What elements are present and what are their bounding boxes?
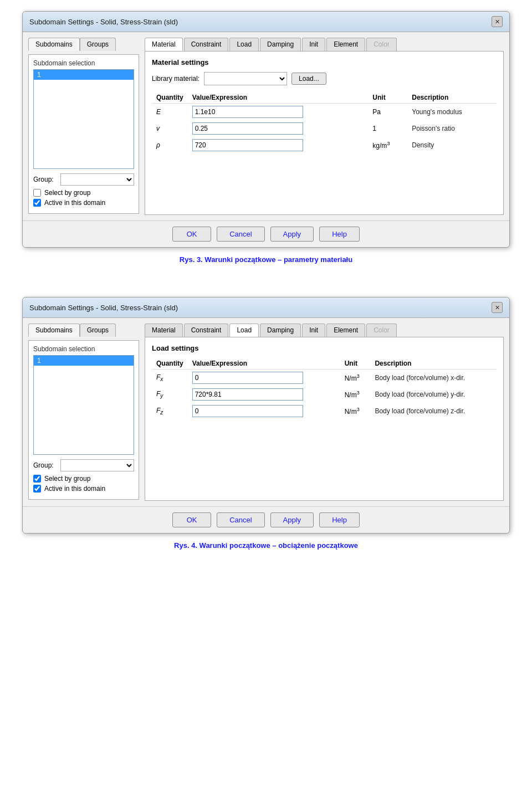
desc-rho: Density — [407, 137, 497, 153]
dialog1-group-row: Group: — [33, 173, 134, 186]
tab-element-1[interactable]: Element — [326, 38, 365, 51]
dialog1-wrapper: Subdomain Settings - Solid, Stress-Strai… — [11, 11, 521, 280]
tab-init-2[interactable]: Init — [302, 324, 325, 337]
tab-damping-2[interactable]: Damping — [260, 324, 301, 337]
dialog2-subdomain-list[interactable]: 1 — [33, 355, 134, 455]
dialog2-ok-button[interactable]: OK — [172, 512, 211, 527]
input-fy[interactable] — [192, 388, 303, 401]
col-desc-1: Description — [407, 92, 497, 104]
dialog2-select-by-group-row: Select by group — [33, 475, 134, 483]
tab-load-1[interactable]: Load — [229, 38, 259, 51]
dialog1-settings-title: Material settings — [152, 58, 497, 66]
dialog1-library-label: Library material: — [152, 75, 200, 83]
dialog2-cancel-button[interactable]: Cancel — [217, 512, 264, 527]
dialog2-right-content: Load settings Quantity Value/Expression … — [145, 337, 504, 501]
qty-rho: ρ — [152, 137, 188, 153]
select-by-group-label-2: Select by group — [44, 475, 90, 483]
qty-fz: Fz — [152, 403, 188, 419]
dialog1-ok-button[interactable]: OK — [172, 227, 211, 242]
active-in-domain-checkbox-1[interactable] — [33, 199, 41, 207]
dialog1-library-select[interactable] — [204, 72, 287, 85]
col-quantity-1: Quantity — [152, 92, 188, 104]
dialog1-title: Subdomain Settings - Solid, Stress-Strai… — [29, 18, 178, 26]
tab-groups-2[interactable]: Groups — [80, 324, 116, 337]
desc-v: Poisson's ratio — [407, 120, 497, 137]
tab-subdomains-2[interactable]: Subdomains — [28, 324, 80, 337]
dialog1-help-button[interactable]: Help — [319, 227, 360, 242]
input-v[interactable] — [192, 122, 303, 135]
table-row: ρ kg/m3 Density — [152, 137, 497, 153]
tab-load-2[interactable]: Load — [229, 324, 259, 337]
tab-color-1[interactable]: Color — [366, 38, 397, 51]
dialog2-apply-button[interactable]: Apply — [270, 512, 314, 527]
subdomain-item-2[interactable]: 1 — [34, 356, 134, 366]
col-desc-2: Description — [370, 358, 497, 370]
input-fz[interactable] — [192, 405, 303, 417]
dialog1-left-tabs: Subdomains Groups — [28, 38, 139, 51]
val-rho — [188, 137, 369, 153]
tab-element-2[interactable]: Element — [326, 324, 365, 337]
dialog1-body: Subdomains Groups Subdomain selection 1 … — [23, 32, 509, 220]
dialog1: Subdomain Settings - Solid, Stress-Strai… — [22, 11, 510, 248]
dialog2-left-content: Subdomain selection 1 Group: — [28, 340, 139, 500]
val-v — [188, 120, 369, 137]
active-in-domain-label-1: Active in this domain — [44, 199, 105, 207]
dialog2-help-button[interactable]: Help — [319, 512, 360, 527]
input-rho[interactable] — [192, 139, 303, 151]
tab-constraint-1[interactable]: Constraint — [184, 38, 229, 51]
col-unit-2: Unit — [340, 358, 371, 370]
col-value-1: Value/Expression — [188, 92, 369, 104]
table-row: E Pa Young's modulus — [152, 104, 497, 121]
dialog1-right-content: Material settings Library material: Load… — [145, 52, 504, 215]
active-in-domain-label-2: Active in this domain — [44, 485, 105, 493]
desc-fx: Body load (force/volume) x-dir. — [370, 370, 497, 387]
dialog1-close-button[interactable]: ✕ — [492, 16, 503, 27]
dialog2-close-button[interactable]: ✕ — [492, 302, 503, 313]
select-by-group-checkbox-1[interactable] — [33, 189, 41, 197]
unit-e: Pa — [368, 104, 407, 121]
dialog2-right-tabs: Material Constraint Load Damping Init El… — [145, 324, 504, 337]
dialog1-right-panel: Material Constraint Load Damping Init El… — [145, 38, 504, 215]
val-e — [188, 104, 369, 121]
input-e[interactable] — [192, 106, 303, 118]
tab-color-2[interactable]: Color — [366, 324, 397, 337]
input-fx[interactable] — [192, 372, 303, 384]
tab-material-1[interactable]: Material — [145, 38, 183, 51]
dialog1-apply-button[interactable]: Apply — [270, 227, 314, 242]
tab-subdomains-1[interactable]: Subdomains — [28, 38, 80, 51]
dialog1-group-select[interactable] — [60, 173, 134, 186]
tab-damping-1[interactable]: Damping — [260, 38, 301, 51]
table-row: Fz N/m3 Body load (force/volume) z-dir. — [152, 403, 497, 419]
dialog1-library-row: Library material: Load... — [152, 72, 497, 85]
dialog2-titlebar: Subdomain Settings - Solid, Stress-Strai… — [23, 297, 509, 318]
col-quantity-2: Quantity — [152, 358, 188, 370]
dialog1-subdomain-list[interactable]: 1 — [33, 69, 134, 169]
dialog2-group-select[interactable] — [60, 459, 134, 471]
unit-fx: N/m3 — [340, 370, 371, 387]
active-in-domain-checkbox-2[interactable] — [33, 485, 41, 493]
dialog2-wrapper: Subdomain Settings - Solid, Stress-Strai… — [11, 297, 521, 566]
dialog1-load-button[interactable]: Load... — [291, 73, 326, 85]
tab-constraint-2[interactable]: Constraint — [184, 324, 229, 337]
desc-fz: Body load (force/volume) z-dir. — [370, 403, 497, 419]
caption1: Rys. 3. Warunki początkowe – parametry m… — [180, 255, 352, 264]
dialog1-params-table: Quantity Value/Expression Unit Descripti… — [152, 92, 497, 153]
unit-rho: kg/m3 — [368, 137, 407, 153]
dialog1-cancel-button[interactable]: Cancel — [217, 227, 264, 242]
tab-material-2[interactable]: Material — [145, 324, 183, 337]
table-row: Fx N/m3 Body load (force/volume) x-dir. — [152, 370, 497, 387]
dialog2-params-table: Quantity Value/Expression Unit Descripti… — [152, 358, 497, 419]
tab-groups-1[interactable]: Groups — [80, 38, 116, 51]
col-unit-1: Unit — [368, 92, 407, 104]
subdomain-item-1[interactable]: 1 — [34, 70, 134, 80]
dialog2-title: Subdomain Settings - Solid, Stress-Strai… — [29, 304, 178, 312]
tab-init-1[interactable]: Init — [302, 38, 325, 51]
val-fy — [188, 386, 340, 403]
select-by-group-checkbox-2[interactable] — [33, 475, 41, 483]
dialog2-group-row: Group: — [33, 459, 134, 471]
qty-v: v — [152, 120, 188, 137]
qty-fy: Fy — [152, 386, 188, 403]
dialog2-active-domain-row: Active in this domain — [33, 485, 134, 493]
dialog2-subdomain-list-container: 1 — [33, 355, 134, 455]
dialog2-settings-title: Load settings — [152, 344, 497, 352]
